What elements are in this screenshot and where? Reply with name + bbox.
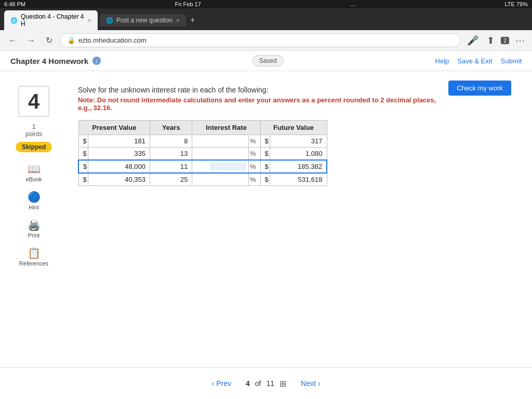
interest-rate-table: Present Value Years Interest Rate Future…: [78, 120, 327, 186]
hint-label: Hint: [29, 204, 39, 210]
col-header-present-value: Present Value: [78, 121, 150, 135]
row2-interest-input-cell[interactable]: [192, 148, 249, 161]
header-right: Help Save & Exit Submit: [435, 57, 522, 65]
row1-present-value: 181: [88, 135, 150, 148]
time-display: 6:48 PM: [4, 1, 25, 7]
address-bar[interactable]: 🔒 ezto.mheducation.com: [60, 33, 461, 47]
new-tab-button[interactable]: +: [188, 16, 197, 25]
row4-percent: %: [249, 173, 261, 186]
row3-interest-input-cell[interactable]: [192, 160, 249, 173]
tab-question4[interactable]: 🌐 Question 4 - Chapter 4 H ✕: [4, 10, 98, 30]
signal-display: LTE 79%: [505, 1, 528, 7]
row2-future-value: 1,080: [270, 148, 327, 161]
row1-percent: %: [249, 135, 261, 148]
row2-percent: %: [249, 148, 261, 161]
back-button[interactable]: ←: [5, 35, 20, 46]
row1-present-dollar: $: [78, 135, 88, 148]
points-label: 1 points: [25, 123, 42, 138]
col-header-years: Years: [150, 121, 192, 135]
browser-tabs: 🌐 Question 4 - Chapter 4 H ✕ 🌐 Post a ne…: [0, 8, 532, 30]
references-tool[interactable]: 📋 References: [13, 244, 55, 270]
menu-button[interactable]: ⋯: [513, 34, 527, 47]
row3-future-value: 185,382: [270, 160, 327, 173]
references-label: References: [19, 260, 48, 267]
question-number: 4: [18, 86, 49, 117]
question-note: Note: Do not round intermediate calculat…: [78, 96, 438, 112]
app-header: Chapter 4 Homework i Saved Help Save & E…: [0, 51, 532, 71]
row4-years: 25: [150, 173, 192, 186]
url-text: ezto.mheducation.com: [78, 36, 147, 44]
col-header-future-value: Future Value: [260, 121, 327, 135]
print-tool[interactable]: 🖨️ Print: [13, 216, 55, 242]
ebook-label: eBook: [25, 176, 42, 182]
row4-future-value: 531,618: [270, 173, 327, 186]
nav-right-controls: 🎤 ⬆ 2 ⋯: [465, 34, 527, 47]
nav-bar: ← → ↻ 🔒 ezto.mheducation.com 🎤 ⬆ 2 ⋯: [0, 30, 532, 51]
content-area: Solve for the unknown interest rate in e…: [68, 81, 448, 275]
reload-button[interactable]: ↻: [43, 34, 56, 46]
hint-icon: 🔵: [28, 191, 41, 203]
sidebar: 4 1 points Skipped 📖 eBook 🔵 Hint 🖨️ Pri…: [0, 81, 68, 275]
row4-interest-input[interactable]: [210, 176, 246, 183]
check-my-work-button[interactable]: Check my work: [448, 81, 511, 96]
row2-years: 13: [150, 148, 192, 161]
save-exit-link[interactable]: Save & Exit: [457, 57, 492, 65]
row2-present-dollar: $: [78, 148, 88, 161]
row4-present-value: 40,353: [88, 173, 150, 186]
row4-present-dollar: $: [78, 173, 88, 186]
microphone-button[interactable]: 🎤: [465, 34, 481, 47]
info-icon[interactable]: i: [92, 57, 101, 65]
row2-present-value: 335: [88, 148, 150, 161]
saved-badge: Saved: [252, 55, 284, 66]
row3-years: 11: [150, 160, 192, 173]
lock-icon: 🔒: [68, 37, 75, 44]
row4-future-dollar: $: [260, 173, 270, 186]
row1-interest-input[interactable]: [210, 137, 246, 145]
main-content: 4 1 points Skipped 📖 eBook 🔵 Hint 🖨️ Pri…: [0, 75, 448, 280]
print-icon: 🖨️: [28, 219, 41, 231]
row3-present-value: 48,000: [88, 160, 150, 173]
forward-button[interactable]: →: [24, 35, 38, 46]
hint-tool[interactable]: 🔵 Hint: [13, 188, 55, 214]
row1-interest-input-cell[interactable]: [192, 135, 249, 148]
table-row: $ 40,353 25 % $ 531,618: [78, 173, 327, 186]
tab1-label: Question 4 - Chapter 4 H: [21, 13, 84, 28]
tab-count-badge: 2: [501, 37, 509, 44]
row1-years: 8: [150, 135, 192, 148]
question-instruction: Solve for the unknown interest rate in e…: [78, 86, 438, 94]
row3-future-dollar: $: [260, 160, 270, 173]
date-display: Fri Feb 17: [175, 1, 201, 7]
table-row: $ 335 13 % $ 1,080: [78, 148, 327, 161]
tab2-label: Post a new question: [116, 17, 172, 24]
help-link[interactable]: Help: [435, 57, 449, 65]
table-row-active: $ 48,000 11 % $ 185,382: [78, 160, 327, 173]
row1-future-dollar: $: [260, 135, 270, 148]
row1-future-value: 317: [270, 135, 327, 148]
tab-post-question[interactable]: 🌐 Post a new question ✕: [100, 14, 186, 26]
submit-link[interactable]: Submit: [501, 57, 522, 65]
print-label: Print: [28, 232, 40, 238]
row3-present-dollar: $: [78, 160, 88, 173]
row3-percent: %: [249, 160, 261, 173]
tab1-close[interactable]: ✕: [87, 18, 91, 23]
status-bar: 6:48 PM Fri Feb 17 ... LTE 79%: [0, 0, 532, 8]
row4-interest-input-cell[interactable]: [192, 173, 249, 186]
app-title: Chapter 4 Homework: [10, 57, 88, 65]
col-header-interest-rate: Interest Rate: [192, 121, 260, 135]
row3-interest-input[interactable]: [210, 163, 246, 170]
tab2-close[interactable]: ✕: [176, 18, 180, 23]
row2-future-dollar: $: [260, 148, 270, 161]
share-button[interactable]: ⬆: [485, 34, 497, 47]
references-icon: 📋: [28, 247, 41, 259]
table-row: $ 181 8 % $ 317: [78, 135, 327, 148]
row2-interest-input[interactable]: [210, 150, 246, 157]
ebook-tool[interactable]: 📖 eBook: [13, 159, 55, 185]
header-left: Chapter 4 Homework i: [10, 57, 101, 65]
ebook-icon: 📖: [28, 163, 41, 175]
skipped-badge: Skipped: [16, 142, 52, 152]
